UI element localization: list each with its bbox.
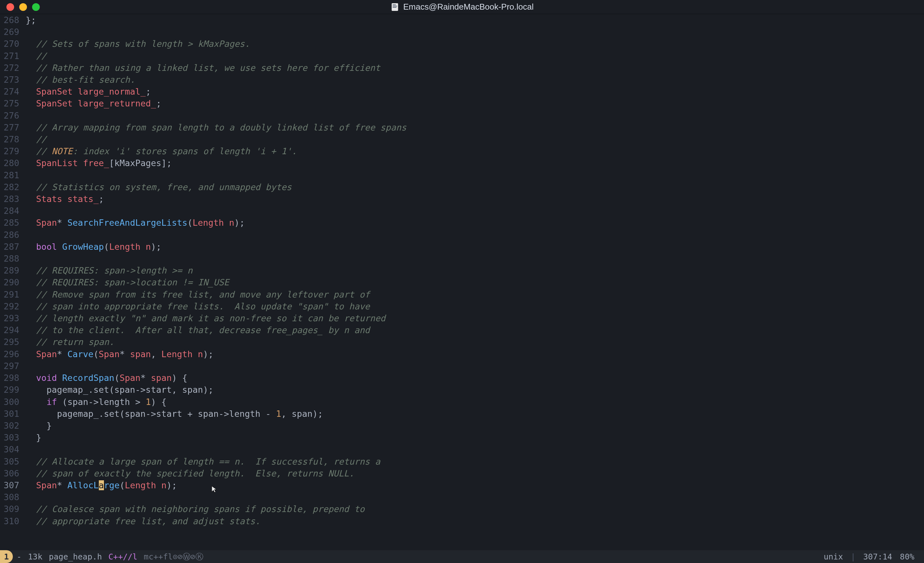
code-line[interactable]: 296 Span* Carve(Span* span, Length n); (0, 348, 924, 360)
code-line[interactable]: 273 // best-fit search. (0, 74, 924, 85)
code-line[interactable]: 285 Span* SearchFreeAndLargeLists(Length… (0, 217, 924, 229)
code-content[interactable] (26, 443, 924, 455)
code-content[interactable]: bool GrowHeap(Length n); (26, 241, 924, 253)
code-line[interactable]: 298 void RecordSpan(Span* span) { (0, 372, 924, 384)
code-content[interactable]: SpanList free_[kMaxPages]; (26, 157, 924, 169)
code-content[interactable]: } (26, 420, 924, 431)
code-content[interactable]: // Coalesce span with neighboring spans … (26, 503, 924, 515)
code-content[interactable]: // (26, 50, 924, 62)
code-content[interactable]: }; (26, 14, 924, 26)
code-line[interactable]: 274 SpanSet large_normal_; (0, 85, 924, 97)
code-line[interactable]: 299 pagemap_.set(span->start, span); (0, 384, 924, 396)
code-line[interactable]: 306 // span of exactly the specified len… (0, 467, 924, 479)
code-line[interactable]: 280 SpanList free_[kMaxPages]; (0, 157, 924, 169)
modeline-minor-modes[interactable]: mc++fl⊙⊘Ⓦ⊘Ⓚ (144, 551, 203, 562)
code-content[interactable]: // Remove span from its free list, and m… (26, 289, 924, 300)
code-line[interactable]: 293 // length exactly "n" and mark it as… (0, 312, 924, 324)
code-content[interactable]: } (26, 431, 924, 443)
modeline-filename[interactable]: page_heap.h (49, 552, 102, 562)
code-content[interactable]: // length exactly "n" and mark it as non… (26, 312, 924, 324)
code-content[interactable] (26, 169, 924, 181)
code-content[interactable] (26, 229, 924, 241)
line-number: 272 (0, 62, 26, 74)
code-content[interactable]: Span* Carve(Span* span, Length n); (26, 348, 924, 360)
code-content[interactable]: // span of exactly the specified length.… (26, 467, 924, 479)
window-controls (0, 3, 40, 11)
code-line[interactable]: 291 // Remove span from its free list, a… (0, 289, 924, 300)
code-line[interactable]: 304 (0, 443, 924, 455)
code-line[interactable]: 272 // Rather than using a linked list, … (0, 62, 924, 74)
code-content[interactable]: if (span->length > 1) { (26, 396, 924, 408)
code-line[interactable]: 307 Span* AllocLarge(Length n); (0, 479, 924, 491)
code-line[interactable]: 268}; (0, 14, 924, 26)
code-content[interactable]: // REQUIRES: span->length >= n (26, 265, 924, 276)
code-content[interactable]: // Array mapping from span length to a d… (26, 121, 924, 133)
editor-area[interactable]: 268};269270 // Sets of spans with length… (0, 14, 924, 550)
code-content[interactable]: SpanSet large_returned_; (26, 97, 924, 109)
code-line[interactable]: 284 (0, 205, 924, 217)
code-content[interactable] (26, 205, 924, 217)
code-line[interactable]: 276 (0, 110, 924, 121)
code-line[interactable]: 290 // REQUIRES: span->location != IN_US… (0, 276, 924, 288)
code-line[interactable]: 301 pagemap_.set(span->start + span->len… (0, 408, 924, 420)
code-line[interactable]: 281 (0, 169, 924, 181)
code-line[interactable]: 295 // return span. (0, 336, 924, 348)
code-line[interactable]: 302 } (0, 420, 924, 431)
code-line[interactable]: 275 SpanSet large_returned_; (0, 97, 924, 109)
code-line[interactable]: 297 (0, 360, 924, 372)
code-content[interactable]: // Rather than using a linked list, we u… (26, 62, 924, 74)
modeline-major-mode[interactable]: C++//l (108, 552, 137, 562)
code-content[interactable] (26, 26, 924, 38)
code-content[interactable] (26, 110, 924, 121)
code-content[interactable]: Stats stats_; (26, 193, 924, 205)
code-line[interactable]: 308 (0, 491, 924, 503)
code-content[interactable]: // to the client. After all that, decrea… (26, 324, 924, 336)
code-line[interactable]: 270 // Sets of spans with length > kMaxP… (0, 38, 924, 50)
code-line[interactable]: 283 Stats stats_; (0, 193, 924, 205)
code-content[interactable]: // Statistics on system, free, and unmap… (26, 181, 924, 193)
line-number: 269 (0, 26, 26, 38)
line-number: 280 (0, 157, 26, 169)
code-content[interactable] (26, 491, 924, 503)
code-line[interactable]: 300 if (span->length > 1) { (0, 396, 924, 408)
code-content[interactable]: SpanSet large_normal_; (26, 85, 924, 97)
code-content[interactable]: void RecordSpan(Span* span) { (26, 372, 924, 384)
code-content[interactable] (26, 253, 924, 265)
code-content[interactable]: // (26, 133, 924, 145)
code-content[interactable]: // Allocate a large span of length == n.… (26, 455, 924, 467)
code-content[interactable]: // return span. (26, 336, 924, 348)
code-line[interactable]: 294 // to the client. After all that, de… (0, 324, 924, 336)
code-line[interactable]: 282 // Statistics on system, free, and u… (0, 181, 924, 193)
code-content[interactable]: pagemap_.set(span->start, span); (26, 384, 924, 396)
code-content[interactable]: // NOTE: index 'i' stores spans of lengt… (26, 145, 924, 157)
maximize-window-button[interactable] (32, 3, 40, 11)
code-line[interactable]: 286 (0, 229, 924, 241)
code-content[interactable]: pagemap_.set(span->start + span->length … (26, 408, 924, 420)
code-line[interactable]: 305 // Allocate a large span of length =… (0, 455, 924, 467)
code-content[interactable]: // REQUIRES: span->location != IN_USE (26, 276, 924, 288)
code-content[interactable]: // appropriate free list, and adjust sta… (26, 515, 924, 527)
code-line[interactable]: 269 (0, 26, 924, 38)
code-line[interactable]: 278 // (0, 133, 924, 145)
code-line[interactable]: 310 // appropriate free list, and adjust… (0, 515, 924, 527)
line-number: 298 (0, 372, 26, 384)
line-number: 303 (0, 431, 26, 443)
code-line[interactable]: 279 // NOTE: index 'i' stores spans of l… (0, 145, 924, 157)
close-window-button[interactable] (6, 3, 14, 11)
code-line[interactable]: 288 (0, 253, 924, 265)
code-line[interactable]: 271 // (0, 50, 924, 62)
code-content[interactable]: // span into appropriate free lists. Als… (26, 300, 924, 312)
code-content[interactable]: Span* SearchFreeAndLargeLists(Length n); (26, 217, 924, 229)
code-content[interactable]: // best-fit search. (26, 74, 924, 85)
code-content[interactable] (26, 360, 924, 372)
code-content[interactable]: Span* AllocLarge(Length n); (26, 479, 924, 491)
code-line[interactable]: 289 // REQUIRES: span->length >= n (0, 265, 924, 276)
code-content[interactable]: // Sets of spans with length > kMaxPages… (26, 38, 924, 50)
code-line[interactable]: 309 // Coalesce span with neighboring sp… (0, 503, 924, 515)
code-line[interactable]: 277 // Array mapping from span length to… (0, 121, 924, 133)
minimize-window-button[interactable] (19, 3, 27, 11)
code-line[interactable]: 287 bool GrowHeap(Length n); (0, 241, 924, 253)
code-line[interactable]: 303 } (0, 431, 924, 443)
modeline-indicator[interactable]: 1 (0, 550, 13, 563)
code-line[interactable]: 292 // span into appropriate free lists.… (0, 300, 924, 312)
